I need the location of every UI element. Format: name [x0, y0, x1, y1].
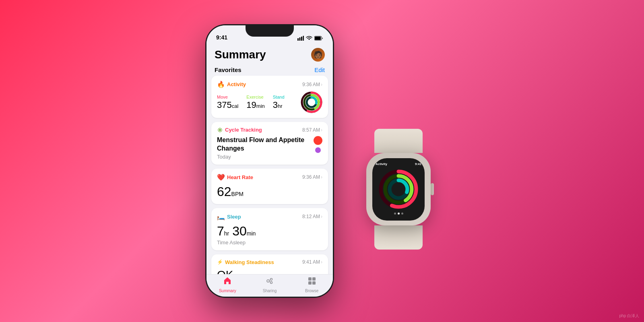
- cycle-title-row: ✳️ Cycle Tracking: [217, 127, 262, 133]
- watch-dot-2: [398, 213, 400, 215]
- iphone-screen: 9:41: [206, 25, 333, 297]
- battery-icon: [314, 36, 323, 41]
- tab-sharing[interactable]: Sharing: [249, 277, 291, 293]
- svg-rect-20: [312, 281, 316, 285]
- walking-title: Walking Steadiness: [225, 259, 274, 265]
- exercise-stat: Exercise 19min: [246, 95, 264, 110]
- section-header: Favorites Edit: [206, 65, 333, 76]
- edit-button[interactable]: Edit: [314, 66, 325, 73]
- stand-stat: Stand 3hr: [273, 95, 285, 110]
- svg-rect-1: [299, 37, 301, 41]
- watch-screen-content: Activity 9:41: [372, 158, 425, 221]
- svg-rect-17: [308, 277, 312, 281]
- walking-card[interactable]: ⚡ Walking Steadiness 9:41 AM › OK: [211, 254, 328, 274]
- sleep-label: Time Asleep: [217, 239, 322, 246]
- watch-screen: Activity 9:41: [372, 158, 425, 221]
- watch-rings: [378, 169, 419, 209]
- iphone: 9:41: [205, 24, 334, 298]
- activity-stats: Move 375cal Exercise 19min: [217, 95, 285, 110]
- sleep-header: 🛏️ Sleep 8:12 AM ›: [217, 213, 322, 221]
- watch-band-bottom: [374, 225, 423, 250]
- exercise-value: 19min: [246, 100, 264, 110]
- activity-icon: 🔥: [217, 80, 225, 88]
- svg-rect-0: [297, 38, 299, 41]
- heart-rate-value: 62BPM: [217, 184, 322, 199]
- watch-crown: [431, 183, 434, 195]
- cycle-content: Menstrual Flow and Appetite Changes Toda…: [217, 136, 322, 160]
- page-header: Summary 🧑🏾: [206, 43, 333, 65]
- heart-rate-title-row: ❤️ Heart Rate: [217, 173, 253, 181]
- page-title: Summary: [215, 48, 266, 61]
- svg-point-12: [267, 280, 269, 282]
- activity-content: Move 375cal Exercise 19min: [217, 91, 322, 113]
- sleep-time: 8:12 AM ›: [302, 214, 322, 219]
- tab-summary[interactable]: Summary: [206, 277, 249, 293]
- walking-content: OK Sep 8–14: [217, 268, 322, 274]
- svg-line-15: [269, 280, 270, 281]
- svg-line-16: [269, 282, 270, 283]
- cycle-card[interactable]: ✳️ Cycle Tracking 8:57 AM › Menstrual Fl…: [211, 122, 328, 165]
- svg-rect-3: [303, 36, 304, 41]
- activity-title: Activity: [227, 81, 246, 87]
- stand-label: Stand: [273, 95, 285, 99]
- screen-content: Summary 🧑🏾 Favorites Edit 🔥 Activ: [206, 43, 333, 274]
- tab-browse[interactable]: Browse: [291, 277, 333, 293]
- favorites-label: Favorites: [215, 66, 242, 73]
- cycle-card-header: ✳️ Cycle Tracking 8:57 AM ›: [217, 127, 322, 133]
- sleep-title-row: 🛏️ Sleep: [217, 213, 241, 221]
- watch-page-dots: [394, 213, 403, 215]
- scene: 9:41: [205, 24, 439, 298]
- activity-rings-svg: [301, 91, 322, 113]
- watch-time: 9:41: [415, 162, 421, 166]
- activity-card[interactable]: 🔥 Activity 9:36 AM › Move: [211, 76, 328, 118]
- sleep-card[interactable]: 🛏️ Sleep 8:12 AM › 7hr: [211, 208, 328, 250]
- activity-title-row: 🔥 Activity: [217, 80, 246, 88]
- watch-body: Activity 9:41: [366, 153, 431, 225]
- wifi-icon: [306, 36, 312, 41]
- heart-rate-card[interactable]: ❤️ Heart Rate 9:36 AM › 62BPM: [211, 169, 328, 204]
- svg-rect-5: [315, 37, 321, 40]
- sharing-tab-icon: [265, 277, 274, 288]
- walking-title-row: ⚡ Walking Steadiness: [217, 259, 274, 265]
- walking-status: OK: [217, 268, 237, 274]
- cycle-text: Menstrual Flow and Appetite Changes Toda…: [217, 136, 314, 160]
- sharing-tab-label: Sharing: [263, 289, 277, 293]
- heart-icon: ❤️: [217, 173, 225, 181]
- stand-value: 3hr: [273, 100, 285, 110]
- scroll-area: Summary 🧑🏾 Favorites Edit 🔥 Activ: [206, 43, 333, 274]
- walking-chevron: ›: [321, 259, 322, 265]
- walking-icon: ⚡: [217, 259, 223, 265]
- heart-rate-header: ❤️ Heart Rate 9:36 AM ›: [217, 173, 322, 181]
- summary-tab-label: Summary: [219, 289, 236, 293]
- svg-rect-18: [312, 277, 316, 281]
- cycle-time: 8:57 AM ›: [302, 127, 322, 133]
- sleep-hours: 7hr: [217, 224, 229, 239]
- svg-point-14: [270, 282, 272, 284]
- heart-rate-chevron: ›: [321, 174, 322, 180]
- apple-watch: Activity 9:41: [358, 129, 439, 225]
- walking-time: 9:41 AM ›: [302, 259, 322, 265]
- activity-rings: [301, 91, 322, 113]
- activity-card-header: 🔥 Activity 9:36 AM ›: [217, 80, 322, 88]
- svg-rect-2: [301, 37, 302, 41]
- status-icons: [297, 36, 323, 41]
- cycle-sub-text: Today: [217, 154, 314, 160]
- sleep-value: 7hr 30min: [217, 224, 322, 239]
- heart-rate-time: 9:36 AM ›: [302, 174, 322, 180]
- activity-time: 9:36 AM ›: [302, 82, 322, 87]
- summary-tab-icon: [223, 277, 232, 288]
- tab-bar: Summary Sharing: [206, 274, 333, 297]
- move-value: 375cal: [217, 100, 238, 110]
- watermark: php 白泽人: [619, 313, 639, 319]
- status-time: 9:41: [216, 34, 227, 41]
- cycle-chevron: ›: [321, 127, 322, 133]
- watch-rings-svg: [378, 169, 419, 209]
- avatar[interactable]: 🧑🏾: [311, 48, 325, 62]
- cycle-dot-purple: [315, 147, 321, 153]
- cycle-icon: ✳️: [217, 127, 223, 133]
- exercise-label: Exercise: [246, 95, 264, 99]
- cycle-title: Cycle Tracking: [225, 127, 262, 133]
- notch: [246, 25, 294, 37]
- cycle-main-text: Menstrual Flow and Appetite Changes: [217, 136, 314, 153]
- cycle-dots: [314, 136, 322, 153]
